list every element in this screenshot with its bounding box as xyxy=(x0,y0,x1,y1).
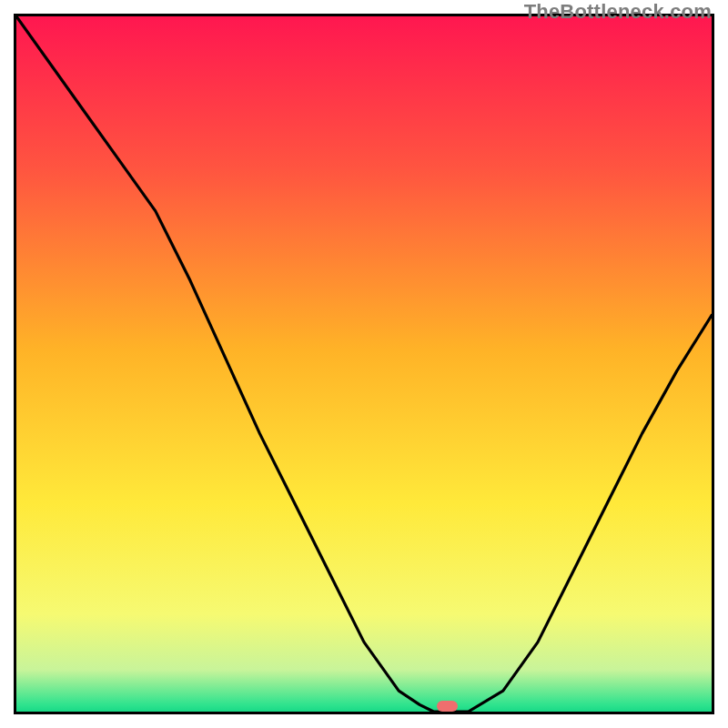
plot-area xyxy=(14,14,714,714)
bottleneck-curve xyxy=(16,16,712,712)
watermark-label: TheBottleneck.com xyxy=(524,0,712,24)
chart-frame: TheBottleneck.com xyxy=(0,0,728,728)
optimum-marker xyxy=(437,701,458,712)
